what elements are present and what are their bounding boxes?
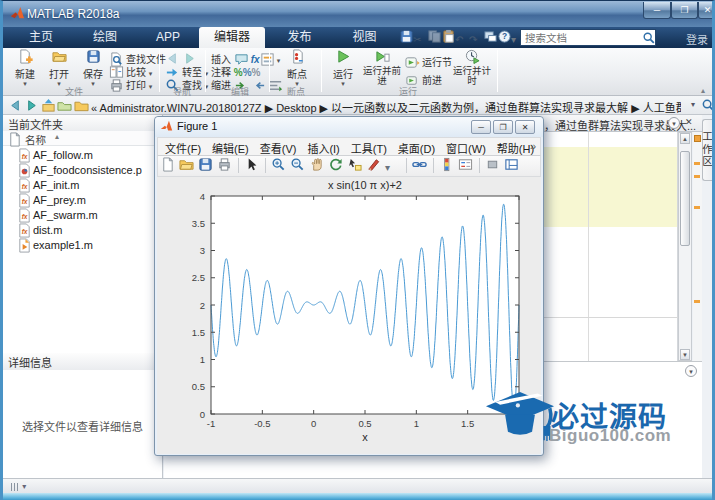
breadcrumb[interactable]: « Administrator.WIN7U-20180127Z ▶ Deskto… [91, 99, 681, 115]
editor-scrollbar[interactable]: ▲ ▼ [678, 132, 692, 361]
file-row[interactable]: fxAF_follow.m [3, 148, 162, 163]
ribbon-tab-1[interactable]: 主页 [11, 27, 71, 48]
ribbon-tab-2[interactable]: 绘图 [73, 27, 137, 48]
advance-button[interactable]: 前进 [405, 72, 442, 84]
brush-icon[interactable] [366, 157, 383, 173]
save-disk-icon[interactable] [198, 157, 215, 173]
find-files-button[interactable]: 查找文件 [109, 51, 166, 63]
compare-button[interactable]: 比较 ▾ [109, 64, 152, 76]
up-folder-icon[interactable] [41, 98, 56, 113]
svg-text:1.5: 1.5 [461, 418, 474, 429]
figure-menu-item[interactable]: 编辑(E) [212, 140, 249, 156]
help-icon[interactable]: ? [497, 29, 512, 44]
figure-restore-button[interactable]: ❐ [493, 120, 513, 134]
cursor-icon[interactable] [244, 157, 261, 173]
file-row[interactable]: example1.m [3, 238, 162, 253]
figure-menu-item[interactable]: 桌面(D) [398, 140, 435, 156]
search-icon[interactable] [642, 31, 656, 49]
figure-title-bar[interactable]: Figure 1 ─ ❐ ✕ [155, 117, 543, 137]
figure-menu-item[interactable]: 文件(F) [165, 140, 201, 156]
file-row[interactable]: fxAF_swarm.m [3, 208, 162, 223]
workspace-tab[interactable]: 工作区 [702, 119, 715, 181]
undo-icon[interactable]: ↶ [455, 29, 470, 44]
minimize-button[interactable]: ─ [643, 2, 671, 19]
svg-text:?: ? [502, 31, 507, 41]
print-button[interactable]: 打印 ▾ [109, 77, 152, 89]
datatip-icon[interactable] [347, 157, 364, 173]
run-and-time-button[interactable]: 运行并计时 [451, 49, 493, 86]
zoom-in-icon[interactable] [271, 157, 288, 173]
browse-folder-icon[interactable] [57, 98, 72, 113]
dropdown-icon[interactable]: ▾ [385, 157, 402, 173]
scroll-up-icon[interactable]: ▲ [680, 133, 690, 144]
zoom-out-icon[interactable] [290, 157, 307, 173]
file-name: AF_swarm.m [33, 209, 98, 221]
folder-search-icon[interactable] [701, 98, 715, 113]
colorbar-icon[interactable] [439, 157, 456, 173]
figure-close-button[interactable]: ✕ [515, 120, 535, 134]
figure-logo-icon [160, 120, 173, 135]
scrollbar-thumb[interactable] [680, 151, 690, 246]
copy-icon[interactable] [427, 29, 442, 44]
nav-history-arrows[interactable] [165, 51, 199, 63]
scissors-icon[interactable]: ✂ [413, 29, 428, 44]
analyzer-mark[interactable] [694, 300, 700, 303]
editor-menu-icon[interactable]: ▾ [668, 117, 680, 129]
switch-window-icon[interactable] [483, 29, 498, 44]
file-row[interactable]: fxAF_init.m [3, 178, 162, 193]
new-script-button[interactable]: 新建▾ [9, 49, 41, 87]
legend-icon[interactable] [458, 157, 475, 173]
scroll-down-icon[interactable]: ▼ [680, 349, 690, 360]
analyzer-mark[interactable] [694, 175, 700, 178]
plot-tools-on-icon[interactable] [504, 157, 521, 173]
status-layout-widget[interactable]: ▾ [11, 482, 33, 491]
path-dropdown-icon[interactable]: ▾ [691, 100, 695, 109]
analyzer-mark[interactable] [694, 206, 700, 209]
open-button[interactable]: 打开▾ [43, 49, 75, 87]
new-doc-icon[interactable] [160, 157, 177, 173]
new-script-icon [18, 49, 33, 66]
figure-menu-item[interactable]: 工具(T) [351, 140, 387, 156]
paste-icon[interactable] [441, 29, 456, 44]
doc-search-input[interactable] [523, 31, 638, 44]
run-button[interactable]: 运行▾ [327, 49, 359, 87]
menu-overflow-icon[interactable]: » [530, 140, 536, 152]
sign-in-link[interactable]: 登录 [686, 31, 708, 47]
link-plot-icon[interactable] [412, 157, 429, 173]
file-row[interactable]: fxdist.m [3, 223, 162, 238]
run-advance-button[interactable]: 运行并前进 [361, 49, 403, 86]
open-folder-icon[interactable] [179, 157, 196, 173]
figure-minimize-button[interactable]: ─ [471, 120, 491, 134]
ribbon-collapse-icon[interactable]: ▴ [701, 86, 705, 95]
svg-text:-0.5: -0.5 [254, 418, 270, 429]
file-row[interactable]: AF_foodconsistence.p [3, 163, 162, 178]
editor-close-icon[interactable]: ✕ [685, 117, 693, 127]
figure-menu-item[interactable]: 窗口(W) [446, 140, 486, 156]
file-name: AF_foodconsistence.p [33, 164, 142, 176]
pan-icon[interactable] [309, 157, 326, 173]
redo-icon[interactable]: ↷ [469, 29, 484, 44]
file-row[interactable]: fxAF_prey.m [3, 193, 162, 208]
ribbon-tab-6[interactable]: 视图 [334, 27, 395, 48]
plot-tools-off-icon[interactable] [485, 157, 502, 173]
save-disk-icon[interactable] [399, 29, 414, 44]
ribbon-tab-4[interactable]: 编辑器 [199, 27, 265, 48]
back-icon[interactable] [8, 98, 23, 113]
rotate-icon[interactable] [328, 157, 345, 173]
figure-menu-item[interactable]: 帮助(H) [497, 140, 534, 156]
ribbon-tab-5[interactable]: 发布 [267, 27, 332, 48]
figure-menu-item[interactable]: 查看(V) [260, 140, 297, 156]
forward-icon[interactable] [24, 98, 39, 113]
ribbon-tab-3[interactable]: APP [139, 27, 197, 48]
run-section-button[interactable]: 运行节 [405, 54, 452, 66]
breakpoints-button[interactable]: 断点▾ [275, 49, 319, 87]
maximize-button[interactable]: ❐ [671, 2, 698, 19]
print-icon[interactable] [217, 157, 234, 173]
close-button[interactable]: ✕ [698, 2, 715, 19]
name-column-header[interactable]: 名称 ▴ [3, 131, 162, 146]
goto-button[interactable]: 转至 ▾ [165, 64, 208, 76]
save-button[interactable]: 保存▾ [77, 49, 109, 87]
comment-row[interactable]: 注释 %%% [211, 64, 261, 76]
svg-text:2.5: 2.5 [192, 272, 205, 283]
figure-menu-item[interactable]: 插入(I) [307, 140, 339, 156]
